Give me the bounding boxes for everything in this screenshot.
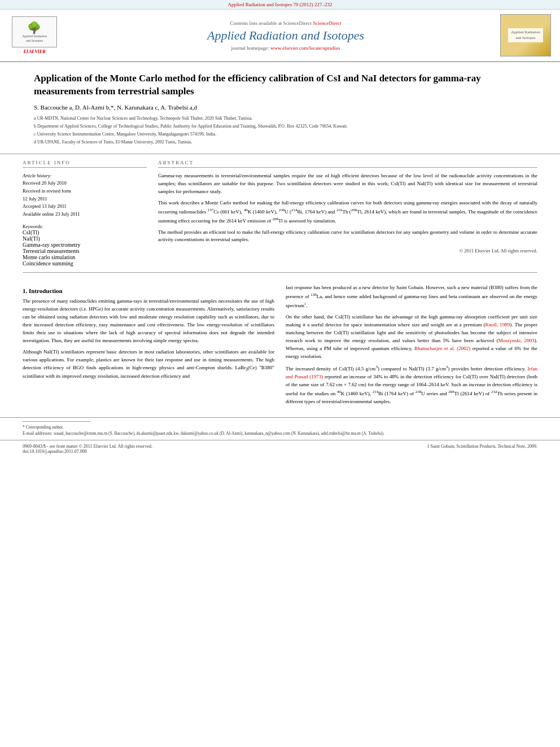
body-right-col: fast response has been produced as a new… [286, 284, 537, 409]
footnote-divider [23, 421, 90, 422]
bottom-bar: 0969-8043/$ - see front matter © 2011 El… [0, 440, 560, 457]
keyword-3: Terrestrial measurements [23, 248, 147, 254]
footnote-section: * Corresponding author. E-mail addresses… [0, 417, 560, 440]
keyword-1: NaI(Tl) [23, 235, 147, 242]
elsevier-logo: 🌳 Applied Radiationand Isotopes ELSEVIER [9, 16, 60, 54]
affiliation-b: b Department of Applied Sciences, Colleg… [34, 123, 526, 130]
intro-para-0: The presence of many radionuclides emitt… [23, 298, 274, 345]
affiliation-d: d UR-UPANE, Faculty of Sciences of Tunis… [34, 139, 526, 146]
issn-doi: 0969-8043/$ - see front matter © 2011 El… [23, 444, 152, 454]
article-divider [0, 154, 560, 154]
right-para-1: On the other hand, the CsI(Tl) scintilla… [286, 313, 537, 361]
accepted-date: Accepted 13 July 2011 [23, 203, 147, 211]
article-info-abstract: ARTICLE INFO Article history: Received 2… [0, 160, 560, 267]
keyword-2: Gamma-ray spectrometry [23, 242, 147, 248]
history-label: Article history: [23, 172, 147, 180]
received-revised-label: Received in revised form [23, 187, 147, 195]
body-columns: 1. Introduction The presence of many rad… [23, 284, 537, 409]
ref-knoll[interactable]: Knoll, 1989 [485, 322, 510, 327]
affiliation-a: a UR-MDTN, National Center for Nuclear S… [34, 115, 526, 122]
elsevier-logo-box: 🌳 Applied Radiationand Isotopes [12, 16, 57, 47]
journal-homepage: journal homepage: www.elsevier.com/locat… [71, 45, 500, 51]
copyright-line: © 2011 Elsevier Ltd. All rights reserved… [158, 247, 537, 255]
right-para-0: fast response has been produced as a new… [286, 284, 537, 310]
journal-header: 🌳 Applied Radiationand Isotopes ELSEVIER… [0, 10, 560, 62]
sciencedirect-line: Contents lists available at ScienceDirec… [71, 20, 500, 26]
keyword-4: Monte carlo simulation [23, 254, 147, 260]
authors-line: S. Baccouche a, D. Al-Azmi b,*, N. Karun… [34, 104, 526, 111]
keywords-block: Keywords: CsI(Tl) NaI(Tl) Gamma-ray spec… [23, 224, 147, 267]
body-left-col: 1. Introduction The presence of many rad… [23, 284, 274, 409]
corresponding-author-note: * Corresponding author. E-mail addresses… [23, 424, 537, 437]
email-line: E-mail addresses: souad_baccouche@cnstn.… [23, 430, 537, 436]
corresponding-label: * Corresponding author. [23, 424, 537, 430]
keyword-5: Coincidence summing [23, 260, 147, 267]
abstract-col: ABSTRACT Gamma-ray measurements in terre… [158, 160, 537, 267]
affiliation-c: c University Science Instrumentation Cen… [34, 131, 526, 138]
journal-cover-image: Applied Radiationand Isotopes [500, 14, 551, 56]
right-para-2: The increased density of CsI(Tl) (4.5 g/… [286, 364, 537, 406]
available-date: Available online 23 July 2011 [23, 211, 147, 219]
elsevier-wordmark: ELSEVIER [23, 49, 45, 54]
sciencedirect-link[interactable]: ScienceDirect [313, 20, 341, 26]
ref-bhattacharjee[interactable]: Bhattacharjee et al. (2002) [414, 346, 470, 351]
article-title: Application of the Monte Carlo method fo… [34, 72, 526, 98]
keyword-0: CsI(Tl) [23, 229, 147, 235]
received-revised-date: 12 July 2011 [23, 195, 147, 203]
homepage-url[interactable]: www.elsevier.com/locate/apradiso [270, 45, 340, 51]
journal-header-center: Contents lists available at ScienceDirec… [71, 20, 500, 51]
intro-heading: 1. Introduction [23, 287, 274, 294]
main-body: 1. Introduction The presence of many rad… [0, 278, 560, 414]
article-title-section: Application of the Monte Carlo method fo… [0, 62, 560, 154]
body-divider [23, 272, 537, 273]
abstract-para-1: This work describes a Monte Carlo method… [158, 199, 537, 225]
footnote-1: 1 Saint Gobain, Scintillation Products, … [427, 444, 538, 454]
intro-para-1: Although NaI(Tl) scintillators represent… [23, 348, 274, 381]
abstract-para-0: Gamma-ray measurements in terrestrial/en… [158, 172, 537, 196]
abstract-label: ABSTRACT [158, 160, 537, 168]
article-info-col: ARTICLE INFO Article history: Received 2… [23, 160, 147, 267]
affiliations: a UR-MDTN, National Center for Nuclear S… [34, 115, 526, 146]
doi-line: doi:10.1016/j.apradiso.2011.07.008 [23, 449, 152, 454]
ref-irfan[interactable]: Irfan and Prasad (1973) [286, 366, 537, 379]
article-history: Article history: Received 20 July 2010 R… [23, 172, 147, 219]
ref-moszynski[interactable]: Moszynski, 2003 [498, 338, 535, 343]
abstract-para-2: The method provides an efficient tool to… [158, 229, 537, 244]
issn-line: 0969-8043/$ - see front matter © 2011 El… [23, 444, 152, 449]
received-date: Received 20 July 2010 [23, 180, 147, 187]
journal-top-bar: Applied Radiation and Isotopes 70 (2012)… [0, 0, 560, 10]
journal-title: Applied Radiation and Isotopes [71, 28, 500, 43]
journal-citation: Applied Radiation and Isotopes 70 (2012)… [228, 2, 333, 7]
journal-cover-text: Applied Radiationand Isotopes [508, 28, 543, 42]
article-info-label: ARTICLE INFO [23, 160, 147, 168]
keywords-label: Keywords: [23, 224, 147, 229]
abstract-text: Gamma-ray measurements in terrestrial/en… [158, 172, 537, 255]
